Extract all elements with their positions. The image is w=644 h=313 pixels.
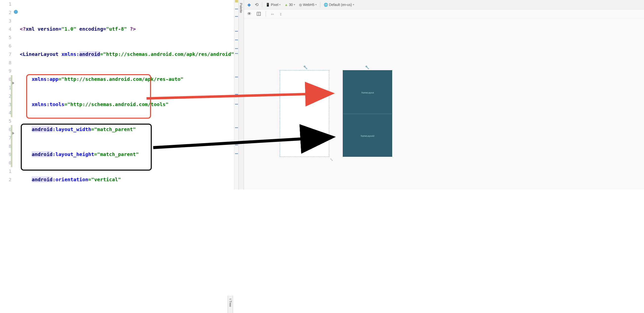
visibility-icon[interactable] <box>246 11 253 17</box>
line-number: 0 <box>0 159 11 167</box>
line-number: 1 <box>0 0 11 9</box>
line-number: 7 <box>0 50 11 59</box>
scrollbar-warning-marker <box>235 0 238 3</box>
line-number: 6 <box>0 125 11 134</box>
line-number: 4 <box>0 25 11 33</box>
line-number: 4 <box>0 109 11 117</box>
scrollbar-marker <box>235 77 238 77</box>
line-number: 3 <box>0 17 11 25</box>
scrollbar-marker <box>235 48 238 49</box>
line-number: 1 <box>0 84 11 92</box>
expand-vertical-icon[interactable]: ↕ <box>278 11 284 17</box>
locale-selector[interactable]: 🌐 Default (en-us) ▾ <box>322 2 356 7</box>
line-number: 5 <box>0 117 11 125</box>
scrollbar-marker <box>235 40 238 40</box>
line-number: 2 <box>0 9 11 17</box>
code-text[interactable]: <?xml version="1.0" encoding="utf-8" ?> … <box>18 0 234 189</box>
blueprint-surface[interactable]: frameLayout frameLayout2 <box>343 70 392 157</box>
scrollbar-marker <box>235 9 238 10</box>
line-number: 6 <box>0 42 11 50</box>
api-selector[interactable]: ▲ 30 ▾ <box>283 2 296 7</box>
change-marker <box>11 125 12 167</box>
editor-scrollbar[interactable] <box>234 0 238 189</box>
line-number: 3 <box>0 100 11 109</box>
scrollbar-marker <box>235 31 238 32</box>
line-number: 8 <box>0 59 11 67</box>
gutter-icons <box>13 0 18 189</box>
line-number: 0 <box>0 75 11 84</box>
line-number: 7 <box>0 134 11 142</box>
separator <box>266 11 266 17</box>
expand-horizontal-icon[interactable]: ↔ <box>269 11 275 17</box>
design-toolbar-secondary: ↔ ↕ <box>244 10 644 18</box>
line-number: 5 <box>0 33 11 42</box>
current-line-highlight <box>18 42 234 50</box>
preview-canvas[interactable]: 🔧 🔧 ⤡ frameLayout frameLayout2 <box>244 18 644 189</box>
line-number: 8 <box>0 142 11 151</box>
scrollbar-marker <box>235 16 238 17</box>
separator <box>262 2 262 8</box>
device-selector[interactable]: 📱 Pixel ▾ <box>264 2 282 7</box>
frame-label: frameLayout2 <box>361 135 374 137</box>
scrollbar-marker <box>235 127 238 128</box>
rotate-icon[interactable]: ⟲ <box>253 2 260 8</box>
layers-icon[interactable]: ◆ <box>246 2 252 8</box>
frame-divider <box>343 114 392 114</box>
scrollbar-marker <box>235 53 238 54</box>
line-number: 2 <box>0 92 11 100</box>
line-number: 1 <box>0 167 11 176</box>
scrollbar-marker <box>235 145 238 145</box>
fold-icon[interactable] <box>12 132 14 135</box>
design-toolbar: ◆ ⟲ 📱 Pixel ▾ ▲ 30 ▾ ◎ WebH5 ▾ 🌐 Default… <box>244 0 644 10</box>
wrench-icon: 🔧 <box>365 65 369 69</box>
class-icon <box>14 10 18 14</box>
resize-handle-icon[interactable]: ⤡ <box>330 157 333 162</box>
line-number: 2 <box>0 176 11 184</box>
design-surface[interactable] <box>280 70 329 157</box>
scrollbar-marker <box>235 153 238 154</box>
palette-label: Palette <box>239 3 243 13</box>
frame-label: frameLayout <box>362 92 374 94</box>
palette-tab[interactable]: Palette <box>238 0 244 189</box>
line-number: 9 <box>0 67 11 75</box>
theme-selector[interactable]: ◎ WebH5 ▾ <box>298 2 318 7</box>
grid-toggle-icon[interactable] <box>255 11 262 16</box>
separator <box>320 2 320 8</box>
wrench-icon: 🔧 <box>303 65 308 69</box>
design-panel: ◆ ⟲ 📱 Pixel ▾ ▲ 30 ▾ ◎ WebH5 ▾ 🌐 Default… <box>244 0 644 189</box>
line-number: 9 <box>0 150 11 159</box>
line-gutter: 1 2 3 4 5 6 7 8 9 0 1 2 3 4 5 6 7 8 9 0 … <box>0 0 13 189</box>
scrollbar-marker <box>235 104 238 105</box>
scrollbar-marker <box>235 94 238 95</box>
code-editor[interactable]: 1 2 3 4 5 6 7 8 9 0 1 2 3 4 5 6 7 8 9 0 … <box>0 0 238 189</box>
fold-icon[interactable] <box>12 82 14 85</box>
